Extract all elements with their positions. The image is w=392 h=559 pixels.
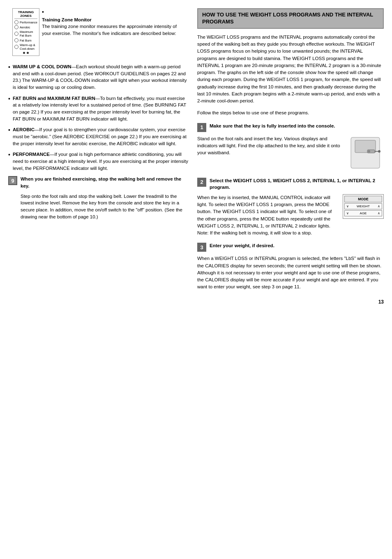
console-svg xyxy=(347,135,384,170)
step3-title: Enter your weight, if desired. xyxy=(210,242,274,249)
step-9-number: 9 xyxy=(8,176,17,185)
step-9-title: When you are finished exercising, stop t… xyxy=(21,176,181,188)
step3-number: 3 xyxy=(197,243,206,252)
bullet-desc-training: The training zone monitor measures the a… xyxy=(42,24,177,36)
zone-warm-cool: Warm-up & Cool-down xyxy=(14,43,37,51)
bullet-dot-warm: • xyxy=(8,63,10,91)
intro-text: The WEIGHT LOSS programs and the INTERVA… xyxy=(197,34,384,105)
svg-point-5 xyxy=(378,150,380,153)
zone-label-aerobic: Aerobic xyxy=(20,26,30,29)
zone-label-max-fat: Maximum Fat Burn xyxy=(20,30,37,37)
zone-performance: Performance xyxy=(14,20,37,24)
page-number: 13 xyxy=(197,299,384,305)
weight-down-arrow: ∨ xyxy=(346,204,349,208)
zone-aerobic: Aerobic xyxy=(14,25,37,29)
step3-text: When a WEIGHT LOSS or INTERVAL program i… xyxy=(197,255,384,290)
bullet-text-warm: WARM UP & COOL DOWN—Each workout should … xyxy=(13,63,189,91)
left-column: TRAININGZONES Performance Aerobic Maximu… xyxy=(8,8,189,305)
right-step-2: 2 Select the WEIGHT LOSS 1, WEIGHT LOSS … xyxy=(197,177,384,237)
section-header: HOW TO USE THE WEIGHT LOSS PROGRAMS AND … xyxy=(197,8,384,29)
step-9-box: 9 When you are finished exercising, stop… xyxy=(8,176,189,220)
step3-body: When a WEIGHT LOSS or INTERVAL program i… xyxy=(197,255,384,290)
zone-dots xyxy=(14,52,37,54)
step-9-content: When you are finished exercising, stop t… xyxy=(21,176,189,220)
step2-header: 2 Select the WEIGHT LOSS 1, WEIGHT LOSS … xyxy=(197,177,384,191)
small-dot-1 xyxy=(23,52,25,54)
bullet-training-zone: TRAININGZONES Performance Aerobic Maximu… xyxy=(8,8,189,59)
weight-label: WEIGHT xyxy=(350,204,376,208)
age-row: ∨ AGE ∧ xyxy=(344,210,382,216)
bullet-text-perf: PERFORMANCE—If your goal is high perform… xyxy=(13,151,189,172)
zone-circle-max-fat xyxy=(14,32,18,36)
bullet-dot-training: • xyxy=(42,8,187,16)
weight-row: ∨ WEIGHT ∧ xyxy=(344,203,382,209)
bullet-label-fat: FAT BURN and MAXIMUM FAT BURN xyxy=(13,96,95,101)
bullet-performance: • PERFORMANCE—If your goal is high perfo… xyxy=(8,151,189,172)
right-column: HOW TO USE THE WEIGHT LOSS PROGRAMS AND … xyxy=(197,8,384,305)
zone-label-fat-burn: Fat Burn xyxy=(20,39,32,42)
diagram-title: TRAININGZONES xyxy=(14,10,37,19)
age-up-arrow: ∧ xyxy=(378,211,380,215)
zone-circle-fat-burn xyxy=(14,38,18,42)
bullet-dot-perf: • xyxy=(8,151,10,172)
bullet-text-fat: FAT BURN and MAXIMUM FAT BURN—To burn fa… xyxy=(13,95,189,123)
bullet-label-training: Training Zone Monitor xyxy=(42,17,92,22)
bullet-text-aerobic: AEROBIC—If your goal is to strengthen yo… xyxy=(13,126,189,147)
bullet-warm-up: • WARM UP & COOL DOWN—Each workout shoul… xyxy=(8,63,189,91)
small-dot-2 xyxy=(27,52,29,54)
step1-image xyxy=(347,135,384,172)
zone-max-fat-burn: Maximum Fat Burn xyxy=(14,30,37,37)
bullet-dot-aerobic: • xyxy=(8,126,10,147)
page-container: TRAININGZONES Performance Aerobic Maximu… xyxy=(8,8,384,305)
zone-label-performance: Performance xyxy=(20,21,37,24)
zone-label-warm-cool: Warm-up & Cool-down xyxy=(20,43,37,51)
step1-number: 1 xyxy=(197,123,206,132)
step1-text: Stand on the foot rails and insert the k… xyxy=(197,135,342,172)
training-zones-diagram: TRAININGZONES Performance Aerobic Maximu… xyxy=(12,8,39,56)
weight-up-arrow: ∧ xyxy=(378,204,380,208)
follow-text: Follow the steps below to use one of the… xyxy=(197,109,384,116)
bullet-text-training: Training Zone Monitor The training zone … xyxy=(42,16,187,37)
zone-circle-aerobic xyxy=(14,25,18,29)
bullet-label-aerobic: AEROBIC xyxy=(13,127,35,132)
bullet-label-warm: WARM UP & COOL DOWN xyxy=(13,64,71,69)
bullet-aerobic: • AEROBIC—If your goal is to strengthen … xyxy=(8,126,189,147)
zone-fat-burn: Fat Burn xyxy=(14,38,37,42)
step2-number: 2 xyxy=(197,178,206,187)
zone-circle-warm-cool xyxy=(14,45,18,49)
step3-header: 3 Enter your weight, if desired. xyxy=(197,242,384,252)
right-step-1: 1 Make sure that the key is fully insert… xyxy=(197,123,384,172)
step2-text: When the key is inserted, the MANUAL CON… xyxy=(197,194,338,237)
step1-header: 1 Make sure that the key is fully insert… xyxy=(197,123,384,132)
age-down-arrow: ∨ xyxy=(346,211,349,215)
bullet-fat-burn: • FAT BURN and MAXIMUM FAT BURN—To burn … xyxy=(8,95,189,123)
step2-body: When the key is inserted, the MANUAL CON… xyxy=(197,194,384,237)
step1-body: Stand on the foot rails and insert the k… xyxy=(197,135,384,172)
age-label: AGE xyxy=(350,211,376,215)
bullet-label-perf: PERFORMANCE xyxy=(13,152,50,157)
zone-circle-performance xyxy=(14,20,18,24)
bullet-dot-fat: • xyxy=(8,95,10,123)
mode-row: MODE xyxy=(344,196,382,202)
step2-image: MODE ∨ WEIGHT ∧ ∨ AGE ∧ xyxy=(343,194,384,237)
step1-title: Make sure that the key is fully inserted… xyxy=(210,123,335,130)
step-9-body: Step onto the foot rails and stop the wa… xyxy=(21,193,189,220)
step2-title: Select the WEIGHT LOSS 1, WEIGHT LOSS 2,… xyxy=(210,177,384,191)
right-step-3: 3 Enter your weight, if desired. When a … xyxy=(197,242,384,290)
svg-point-3 xyxy=(368,150,370,153)
mode-panel: MODE ∨ WEIGHT ∧ ∨ AGE ∧ xyxy=(343,194,384,219)
